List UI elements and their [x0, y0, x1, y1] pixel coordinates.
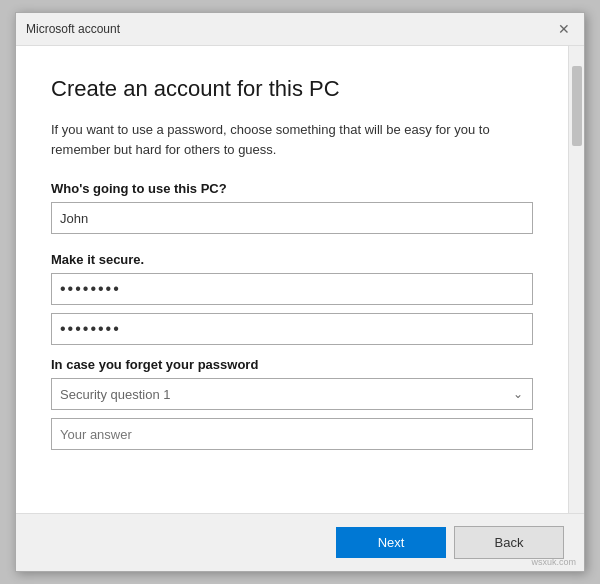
watermark: wsxuk.com — [531, 557, 576, 567]
security-question-container: Security question 1 Security question 1 … — [51, 378, 533, 410]
security-question-select[interactable]: Security question 1 Security question 1 … — [51, 378, 533, 410]
username-label: Who's going to use this PC? — [51, 181, 533, 196]
username-input[interactable] — [51, 202, 533, 234]
scrollbar-thumb — [572, 66, 582, 146]
confirm-password-input[interactable] — [51, 313, 533, 345]
main-content: Create an account for this PC If you wan… — [16, 46, 568, 513]
password-input[interactable] — [51, 273, 533, 305]
close-button[interactable]: ✕ — [554, 19, 574, 39]
back-button[interactable]: Back — [454, 526, 564, 559]
window-title: Microsoft account — [26, 22, 120, 36]
page-title: Create an account for this PC — [51, 76, 533, 102]
next-button[interactable]: Next — [336, 527, 446, 558]
scrollbar[interactable] — [568, 46, 584, 513]
content-area: Create an account for this PC If you wan… — [16, 46, 584, 513]
close-icon: ✕ — [558, 21, 570, 37]
page-description: If you want to use a password, choose so… — [51, 120, 533, 159]
security-answer-input[interactable] — [51, 418, 533, 450]
title-bar: Microsoft account ✕ — [16, 13, 584, 46]
footer: Next Back — [16, 513, 584, 571]
security-section-label: In case you forget your password — [51, 357, 533, 372]
main-window: Microsoft account ✕ Create an account fo… — [15, 12, 585, 572]
password-section-label: Make it secure. — [51, 252, 533, 267]
